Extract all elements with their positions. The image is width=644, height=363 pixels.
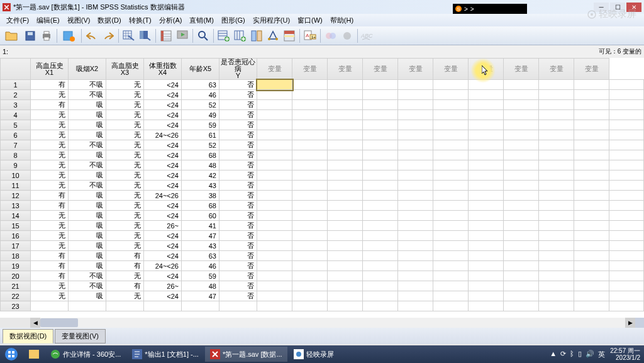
col-x5[interactable]: 年龄X5 [182, 59, 219, 80]
empty-cell[interactable] [539, 301, 574, 311]
cell[interactable]: 不吸 [69, 160, 106, 170]
table-row[interactable]: 19有吸有24~<2646否 [1, 261, 644, 271]
cell[interactable]: 有 [106, 261, 144, 271]
empty-cell[interactable] [257, 150, 292, 160]
empty-cell[interactable] [469, 251, 504, 261]
empty-cell[interactable] [398, 150, 433, 160]
cell[interactable]: 吸 [69, 150, 106, 160]
empty-cell[interactable] [504, 90, 539, 100]
row-number[interactable]: 21 [1, 281, 31, 291]
empty-cell[interactable] [539, 150, 574, 160]
goto-var-button[interactable] [138, 28, 153, 43]
cell[interactable]: 48 [182, 160, 219, 170]
cell[interactable]: 否 [219, 231, 257, 241]
empty-cell[interactable] [574, 80, 609, 90]
empty-cell[interactable] [363, 191, 398, 201]
cell[interactable]: 47 [182, 291, 219, 301]
table-row[interactable]: 12有吸无24~<2638否 [1, 191, 644, 201]
cell[interactable]: 无 [31, 150, 69, 160]
empty-cell[interactable] [433, 120, 469, 130]
cell[interactable]: 24~<26 [144, 130, 182, 140]
col-virtual[interactable]: 变量 [539, 59, 574, 80]
empty-cell[interactable] [609, 90, 644, 100]
empty-cell[interactable] [257, 90, 292, 100]
empty-cell[interactable] [328, 291, 363, 301]
table-row[interactable]: 3有吸无<2452否 [1, 100, 644, 110]
start-button[interactable] [0, 345, 23, 363]
cell[interactable]: 否 [219, 90, 257, 100]
cell[interactable]: 无 [31, 181, 69, 191]
empty-cell[interactable] [363, 281, 398, 291]
cell[interactable]: 无 [31, 211, 69, 221]
cell[interactable]: 59 [182, 120, 219, 130]
value-labels-button[interactable]: A1+ [303, 28, 318, 43]
empty-cell[interactable] [469, 271, 504, 281]
cell[interactable]: 46 [182, 261, 219, 271]
empty-cell[interactable] [539, 271, 574, 281]
cell[interactable]: 否 [219, 221, 257, 231]
empty-cell[interactable] [363, 181, 398, 191]
empty-cell[interactable] [469, 80, 504, 90]
cell[interactable]: 52 [182, 140, 219, 150]
table-row[interactable]: 2无不吸无<2446否 [1, 90, 644, 100]
empty-cell[interactable] [292, 221, 328, 231]
empty-cell[interactable] [398, 181, 433, 191]
empty-cell[interactable] [292, 301, 328, 311]
undo-button[interactable] [84, 28, 99, 43]
empty-cell[interactable] [257, 301, 292, 311]
cell[interactable]: 有 [106, 281, 144, 291]
empty-cell[interactable] [574, 201, 609, 211]
empty-cell[interactable] [609, 221, 644, 231]
col-virtual[interactable]: 变量 [328, 59, 363, 80]
empty-cell[interactable] [328, 301, 363, 311]
empty-cell[interactable] [292, 241, 328, 251]
cell[interactable]: 无 [31, 120, 69, 130]
menu-analyze[interactable]: 分析(A) [155, 14, 186, 26]
cell[interactable]: 否 [219, 211, 257, 221]
menu-window[interactable]: 窗口(W) [294, 14, 326, 26]
system-tray[interactable]: ▲ ⟳ ᛒ ▯ 🔊 英 22:57 周一 2023/1/2 [546, 347, 644, 361]
empty-cell[interactable] [539, 261, 574, 271]
cell[interactable]: 吸 [69, 201, 106, 211]
cell[interactable]: 不吸 [69, 181, 106, 191]
cell[interactable]: 无 [106, 271, 144, 281]
table-row[interactable]: 16无吸无<2447否 [1, 231, 644, 241]
empty-cell[interactable] [609, 160, 644, 170]
empty-cell[interactable] [469, 241, 504, 251]
empty-cell[interactable] [292, 231, 328, 241]
tab-variable-view[interactable]: 变量视图(V) [55, 329, 106, 343]
empty-cell[interactable] [469, 130, 504, 140]
empty-cell[interactable] [363, 211, 398, 221]
empty-cell[interactable] [609, 261, 644, 271]
empty-cell[interactable] [257, 80, 292, 90]
empty-cell[interactable] [609, 140, 644, 150]
cell[interactable]: 否 [219, 80, 257, 90]
menu-direct[interactable]: 直销(M) [186, 14, 218, 26]
empty-cell[interactable] [292, 181, 328, 191]
empty-cell[interactable] [469, 100, 504, 110]
empty-cell[interactable] [433, 191, 469, 201]
recall-button[interactable] [60, 28, 79, 43]
empty-cell[interactable] [609, 170, 644, 181]
empty-cell[interactable] [539, 160, 574, 170]
empty-cell[interactable] [328, 251, 363, 261]
cell[interactable]: 否 [219, 181, 257, 191]
cell[interactable]: <24 [144, 100, 182, 110]
row-number[interactable]: 19 [1, 261, 31, 271]
empty-cell[interactable] [574, 291, 609, 301]
empty-cell[interactable] [257, 231, 292, 241]
empty-cell[interactable] [504, 271, 539, 281]
table-row[interactable]: 18有吸有<2463否 [1, 251, 644, 261]
empty-cell[interactable] [219, 301, 257, 311]
empty-cell[interactable] [539, 120, 574, 130]
cell[interactable]: 吸 [69, 221, 106, 231]
empty-cell[interactable] [504, 170, 539, 181]
empty-cell[interactable] [504, 181, 539, 191]
empty-cell[interactable] [609, 271, 644, 281]
empty-cell[interactable] [292, 120, 328, 130]
empty-cell[interactable] [328, 241, 363, 251]
cell[interactable]: <24 [144, 140, 182, 150]
empty-cell[interactable] [363, 170, 398, 181]
empty-cell[interactable] [328, 110, 363, 120]
empty-cell[interactable] [504, 241, 539, 251]
